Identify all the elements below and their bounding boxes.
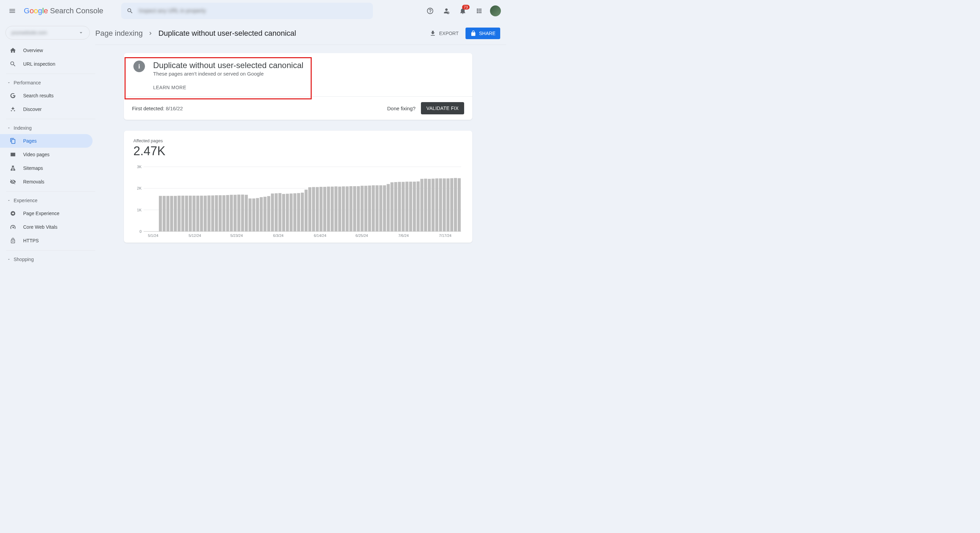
svg-rect-78 (401, 182, 404, 231)
speed-icon (10, 224, 16, 231)
svg-rect-30 (222, 196, 225, 231)
info-icon: i (134, 60, 145, 72)
avatar[interactable] (490, 5, 501, 16)
svg-rect-79 (405, 182, 408, 231)
help-button[interactable] (423, 4, 437, 18)
sidebar-item-sitemaps[interactable]: Sitemaps (0, 161, 92, 175)
google-g-icon (10, 92, 16, 99)
svg-rect-92 (454, 178, 457, 231)
svg-rect-37 (248, 199, 251, 231)
svg-text:5/1/24: 5/1/24 (148, 234, 159, 237)
sidebar-item-video-pages[interactable]: Video pages (0, 148, 92, 161)
product-logo: Google Search Console (24, 6, 103, 15)
validate-fix-button[interactable]: VALIDATE FIX (421, 102, 464, 115)
first-detected-label: First detected: (132, 105, 166, 111)
svg-rect-52 (305, 189, 308, 231)
svg-rect-45 (278, 193, 282, 231)
sidebar-item-https[interactable]: HTTPS (0, 234, 92, 247)
svg-rect-77 (398, 182, 401, 231)
svg-rect-66 (357, 186, 360, 231)
svg-rect-14 (163, 196, 166, 232)
users-button[interactable] (440, 4, 453, 18)
chevron-down-icon (78, 30, 84, 36)
search-icon (10, 60, 16, 67)
sidebar-item-label: Overview (23, 48, 43, 53)
svg-rect-64 (350, 186, 353, 231)
svg-rect-86 (431, 179, 434, 231)
svg-rect-63 (346, 186, 349, 231)
svg-rect-23 (196, 196, 199, 231)
hamburger-menu-button[interactable] (5, 4, 19, 18)
fix-row: First detected: 8/16/22 Done fixing? VAL… (124, 96, 472, 120)
svg-rect-39 (256, 198, 259, 231)
pages-icon (10, 137, 16, 144)
share-label: SHARE (479, 31, 495, 36)
sidebar-item-label: Discover (23, 107, 41, 112)
svg-rect-93 (458, 178, 461, 231)
sidebar-item-url-inspection[interactable]: URL inspection (0, 57, 92, 71)
svg-text:0: 0 (140, 229, 142, 234)
svg-rect-53 (308, 187, 311, 231)
share-button[interactable]: SHARE (466, 27, 500, 39)
svg-rect-74 (387, 184, 390, 231)
section-experience[interactable]: Experience (0, 194, 95, 207)
svg-rect-60 (334, 186, 337, 231)
svg-rect-34 (237, 195, 240, 231)
svg-rect-33 (234, 195, 237, 231)
breadcrumb-parent[interactable]: Page indexing (95, 29, 143, 38)
eye-off-icon (10, 178, 16, 185)
app-header: Google Search Console 73 (0, 0, 506, 22)
svg-rect-75 (390, 183, 393, 231)
svg-text:2K: 2K (137, 186, 142, 190)
section-shopping[interactable]: Shopping (0, 253, 95, 266)
section-indexing[interactable]: Indexing (0, 122, 95, 134)
svg-rect-17 (174, 196, 177, 232)
search-input[interactable] (139, 8, 368, 14)
hamburger-icon (8, 7, 16, 14)
svg-rect-19 (181, 196, 185, 231)
apps-button[interactable] (472, 4, 486, 18)
svg-rect-50 (297, 193, 300, 231)
svg-rect-88 (439, 178, 442, 231)
section-performance[interactable]: Performance (0, 76, 95, 89)
sidebar-item-label: Core Web Vitals (23, 224, 57, 230)
svg-rect-76 (394, 182, 397, 231)
svg-rect-42 (267, 196, 270, 231)
svg-rect-32 (230, 195, 233, 231)
svg-rect-29 (219, 196, 222, 231)
svg-rect-65 (353, 186, 356, 231)
sidebar-item-overview[interactable]: Overview (0, 44, 92, 57)
learn-more-link[interactable]: LEARN MORE (153, 85, 304, 90)
sitemap-icon (10, 165, 16, 172)
svg-rect-62 (342, 186, 345, 231)
arrow-circle-icon (10, 210, 16, 217)
sidebar-item-page-experience[interactable]: Page Experience (0, 207, 92, 220)
first-detected-date: 8/16/22 (166, 105, 183, 111)
sidebar-item-search-results[interactable]: Search results (0, 89, 92, 102)
affected-pages-label: Affected pages (134, 138, 463, 143)
svg-rect-87 (435, 178, 438, 231)
sidebar-item-pages[interactable]: Pages (0, 134, 92, 148)
sidebar-item-discover[interactable]: Discover (0, 102, 92, 116)
discover-icon (10, 106, 16, 113)
searchbar[interactable] (121, 3, 373, 19)
sidebar: yourwebsite.com Overview URL inspection … (0, 22, 95, 276)
export-button[interactable]: EXPORT (425, 27, 463, 40)
search-icon (127, 8, 134, 14)
video-icon (10, 151, 16, 158)
apps-grid-icon (476, 8, 482, 14)
affected-pages-chart: 01K2K3K5/1/245/12/245/23/246/3/246/14/24… (134, 165, 463, 240)
svg-rect-57 (323, 187, 326, 231)
issue-subtitle: These pages aren't indexed or served on … (153, 71, 304, 76)
notifications-button[interactable]: 73 (456, 4, 469, 18)
affected-pages-value: 2.47K (134, 144, 463, 158)
sidebar-item-core-web-vitals[interactable]: Core Web Vitals (0, 220, 92, 234)
svg-rect-31 (226, 195, 229, 231)
download-icon (430, 30, 436, 37)
chevron-down-icon (7, 199, 11, 202)
property-selector[interactable]: yourwebsite.com (5, 26, 90, 40)
sidebar-item-removals[interactable]: Removals (0, 175, 92, 189)
chevron-down-icon (7, 81, 11, 85)
svg-rect-15 (166, 196, 169, 232)
svg-rect-73 (383, 185, 386, 231)
